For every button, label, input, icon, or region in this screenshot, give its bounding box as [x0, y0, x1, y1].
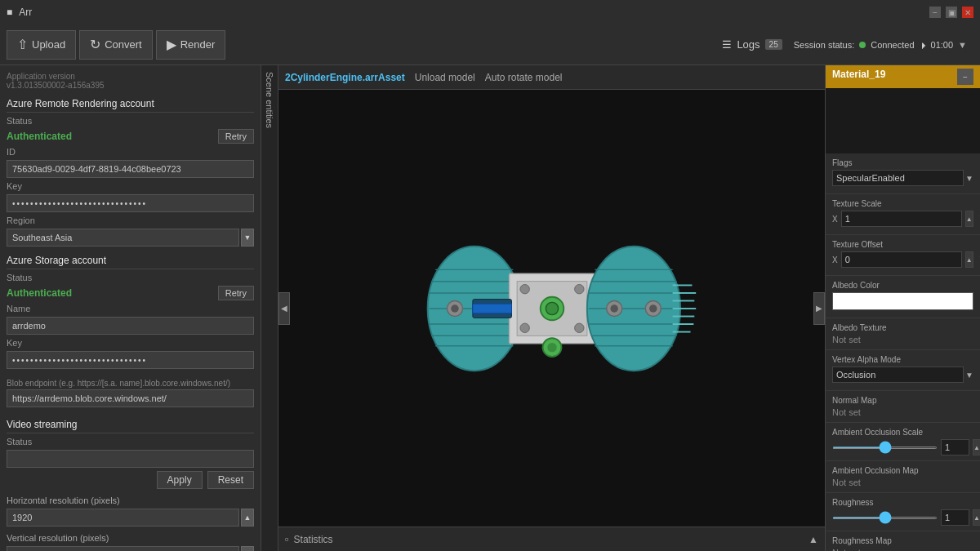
- storage-key-input[interactable]: [7, 351, 254, 369]
- horiz-res-input[interactable]: [7, 509, 239, 527]
- session-connected-label: Connected: [871, 40, 914, 50]
- blob-input[interactable]: [7, 389, 254, 407]
- logs-count: 25: [765, 39, 782, 50]
- session-dropdown-button[interactable]: ▼: [958, 40, 967, 50]
- material-header: Material_19 −: [826, 65, 980, 88]
- roughness-spin[interactable]: ▲: [973, 509, 980, 526]
- status-value-row: Authenticated Retry: [7, 129, 254, 144]
- key-input[interactable]: [7, 194, 254, 212]
- roughness-label: Roughness: [832, 498, 973, 507]
- upload-button[interactable]: ⇧ Upload: [7, 30, 76, 60]
- app-icon: ■: [7, 7, 12, 18]
- svg-point-15: [546, 302, 558, 314]
- auto-rotate-button[interactable]: Auto rotate model: [485, 72, 563, 83]
- ambient-occlusion-scale-label: Ambient Occlusion Scale: [832, 428, 973, 437]
- unload-model-button[interactable]: Unload model: [415, 72, 475, 83]
- collapse-right-button[interactable]: ▶: [813, 292, 825, 325]
- collapse-left-button[interactable]: ◀: [278, 292, 290, 325]
- storage-retry-button[interactable]: Retry: [218, 286, 254, 300]
- storage-key-row: Key: [7, 338, 254, 348]
- ambient-occlusion-value-input[interactable]: [941, 439, 969, 455]
- upload-label: Upload: [32, 38, 65, 51]
- ambient-occlusion-slider-row: ▲: [832, 439, 973, 455]
- albedo-color-label: Albedo Color: [832, 281, 973, 290]
- vert-res-spin[interactable]: ▲: [241, 546, 254, 551]
- convert-label: Convert: [105, 38, 142, 51]
- vert-res-input[interactable]: [7, 546, 239, 551]
- vertex-alpha-dropdown-row: Occlusion ▼: [832, 367, 973, 383]
- texture-offset-x-spin[interactable]: ▲: [965, 251, 973, 268]
- name-input[interactable]: [7, 317, 254, 335]
- render-button[interactable]: ▶ Render: [156, 30, 226, 60]
- roughness-slider[interactable]: [832, 517, 938, 519]
- title-bar-controls: − ▣ ✕: [929, 7, 973, 18]
- region-label: Region: [7, 216, 56, 225]
- svg-point-10: [519, 284, 528, 293]
- maximize-button[interactable]: ▣: [946, 7, 957, 18]
- close-button[interactable]: ✕: [962, 7, 973, 18]
- flags-section: Flags SpecularEnabled ▼: [826, 153, 980, 194]
- svg-point-11: [574, 284, 583, 293]
- albedo-color-swatch[interactable]: [832, 292, 973, 310]
- azure-remote-title: Azure Remote Rendering account: [7, 98, 254, 113]
- texture-scale-x-label: X: [832, 215, 838, 224]
- material-minimize-button[interactable]: −: [957, 69, 973, 85]
- apply-reset-row: Apply Reset: [7, 471, 254, 489]
- region-dropdown-btn[interactable]: ▼: [241, 229, 254, 247]
- texture-offset-x-row: X ▲ Y ▲: [832, 251, 973, 268]
- normal-map-value: Not set: [832, 407, 973, 417]
- flags-dropdown[interactable]: SpecularEnabled: [832, 170, 964, 186]
- engine-model: [389, 227, 715, 390]
- statistics-collapse-button[interactable]: ▲: [808, 534, 818, 545]
- video-status-field: [7, 450, 254, 468]
- statistics-icon: ▫: [285, 533, 289, 545]
- status-dot: [859, 42, 866, 48]
- retry-button[interactable]: Retry: [218, 129, 254, 144]
- scene-entities-tab[interactable]: Scene entities: [261, 65, 278, 551]
- flags-label: Flags: [832, 158, 973, 167]
- storage-status-label: Status: [7, 273, 56, 282]
- session-time: ⏵ 01:00: [920, 40, 954, 50]
- svg-point-13: [574, 323, 583, 332]
- id-row: ID: [7, 147, 254, 157]
- region-row: Region: [7, 216, 254, 225]
- region-input[interactable]: [7, 229, 239, 247]
- ambient-occlusion-slider[interactable]: [832, 447, 938, 449]
- roughness-value-input[interactable]: [941, 509, 969, 526]
- title-bar: ■ Arr − ▣ ✕: [0, 0, 980, 24]
- storage-key-label: Key: [7, 338, 56, 348]
- texture-scale-x-input[interactable]: [841, 211, 962, 227]
- viewport-canvas: ◀: [278, 90, 825, 527]
- session-status: Session status: Connected ⏵ 01:00 ▼: [794, 40, 973, 50]
- reset-button[interactable]: Reset: [207, 471, 254, 489]
- texture-offset-x-input[interactable]: [841, 251, 962, 268]
- video-status-label: Status: [7, 437, 56, 447]
- vertex-alpha-dropdown[interactable]: Occlusion: [832, 367, 964, 383]
- ambient-occlusion-scale-section: Ambient Occlusion Scale ▲: [826, 423, 980, 461]
- svg-rect-42: [472, 304, 511, 313]
- app-version-label: Application version: [7, 72, 254, 81]
- roughness-map-section: Roughness Map Not set: [826, 531, 980, 551]
- name-row: Name: [7, 304, 254, 313]
- ambient-occlusion-spin[interactable]: ▲: [973, 439, 980, 455]
- engine-svg: [389, 227, 715, 390]
- roughness-map-value: Not set: [832, 548, 973, 551]
- ambient-occlusion-map-label: Ambient Occlusion Map: [832, 466, 973, 475]
- video-streaming-title: Video streaming: [7, 419, 254, 433]
- texture-scale-x-spin[interactable]: ▲: [965, 211, 973, 227]
- texture-scale-section: Texture Scale X ▲ Y ▲: [826, 194, 980, 235]
- scene-entities-label: Scene entities: [265, 72, 274, 128]
- vertex-alpha-label: Vertex Alpha Mode: [832, 355, 973, 364]
- logs-button[interactable]: ☰ Logs 25: [714, 35, 790, 54]
- minimize-button[interactable]: −: [929, 7, 941, 18]
- status-label: Status: [7, 116, 56, 126]
- apply-button[interactable]: Apply: [157, 471, 203, 489]
- name-label: Name: [7, 304, 56, 313]
- id-input[interactable]: [7, 160, 254, 178]
- roughness-slider-row: ▲: [832, 509, 973, 526]
- albedo-texture-label: Albedo Texture: [832, 323, 973, 332]
- roughness-section: Roughness ▲: [826, 493, 980, 531]
- convert-button[interactable]: ↻ Convert: [79, 30, 153, 60]
- horiz-res-spin[interactable]: ▲: [241, 509, 254, 527]
- svg-point-29: [649, 304, 657, 313]
